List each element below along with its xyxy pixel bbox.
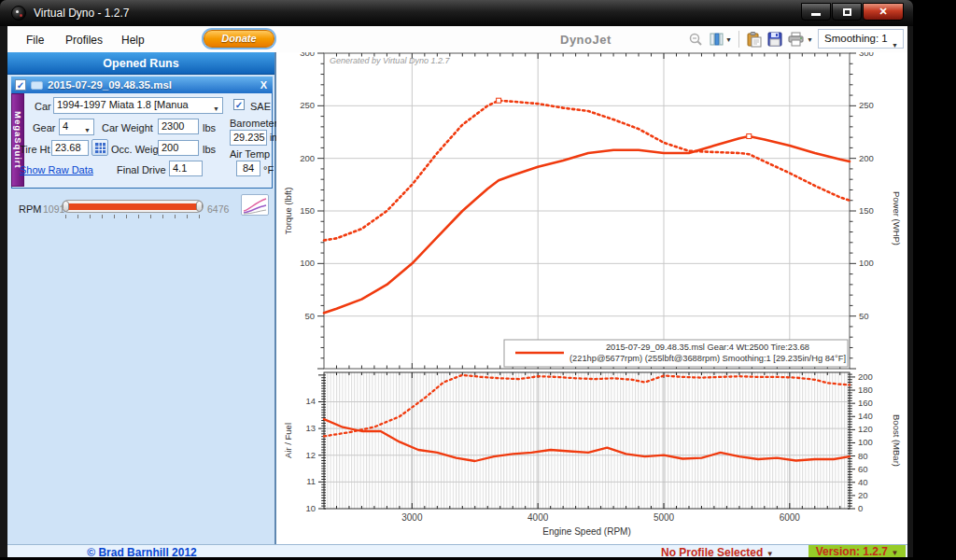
tire-height-label: Tire Ht xyxy=(20,144,50,155)
chart-area: 5050100100150150200200250250300300Genera… xyxy=(276,52,907,544)
car-select[interactable]: 1994-1997 Miata 1.8 [Manua ▼ xyxy=(53,97,223,114)
afr-boost-chart: 1011121314020406080100120140160180200300… xyxy=(283,371,902,537)
barometer-input[interactable]: 29.235 xyxy=(230,130,267,146)
chart-toolbar: ▼ ▼ xyxy=(685,28,824,50)
tire-calculator-button[interactable] xyxy=(91,139,108,156)
svg-text:Torque (lbft): Torque (lbft) xyxy=(283,188,293,235)
maximize-icon xyxy=(843,8,851,16)
save-icon xyxy=(767,32,782,47)
svg-text:3000: 3000 xyxy=(401,512,423,523)
svg-text:Engine Speed (RPM): Engine Speed (RPM) xyxy=(542,526,631,537)
tire-height-input[interactable]: 23.68 xyxy=(51,140,89,156)
svg-text:120: 120 xyxy=(858,424,873,434)
occ-weight-unit: lbs xyxy=(203,144,216,155)
rpm-slider-ticks xyxy=(65,215,202,218)
copy-image-button[interactable] xyxy=(744,31,764,49)
chart-legend: 2015-07-29_09.48.35.msl Gear:4 Wt:2500 T… xyxy=(504,340,848,367)
status-bar: © Brad Barnhill 2012 No Profile Selected… xyxy=(7,544,907,557)
run-close-button[interactable]: X xyxy=(260,79,267,91)
svg-text:6000: 6000 xyxy=(780,512,801,523)
version-text: Version: 1.2.7 xyxy=(816,545,888,558)
svg-text:200: 200 xyxy=(858,371,873,382)
app-window: Virtual Dyno - 1.2.7 ✕ File Profiles Hel… xyxy=(0,0,913,557)
window-title: Virtual Dyno - 1.2.7 xyxy=(34,7,130,20)
smoothing-dropdown[interactable]: Smoothing: 1 ▼ xyxy=(818,29,904,49)
svg-text:11: 11 xyxy=(306,476,316,486)
graph-button[interactable] xyxy=(241,194,269,216)
close-icon: ✕ xyxy=(879,6,887,17)
zoom-out-button[interactable] xyxy=(686,31,705,48)
svg-text:250: 250 xyxy=(300,100,315,110)
rpm-label: RPM xyxy=(19,203,41,215)
run-checkbox[interactable]: ✓ xyxy=(15,79,26,91)
chevron-down-icon: ▼ xyxy=(84,124,91,135)
dynojet-label: DynoJet xyxy=(560,33,612,47)
svg-text:180: 180 xyxy=(858,385,873,395)
run-card-header[interactable]: ✓ 2015-07-29_09.48.35.msl X xyxy=(11,77,273,93)
rpm-range-slider[interactable] xyxy=(62,200,204,213)
car-weight-input[interactable]: 2300 xyxy=(158,119,199,134)
print-button[interactable]: ▼ xyxy=(786,31,815,48)
show-raw-data-link[interactable]: Show Raw Data xyxy=(20,164,93,175)
svg-text:0: 0 xyxy=(858,503,863,513)
printer-icon xyxy=(788,32,805,47)
svg-text:40: 40 xyxy=(858,477,868,487)
app-icon xyxy=(11,6,26,21)
rpm-slider-left-handle[interactable] xyxy=(63,201,69,212)
final-drive-input[interactable]: 4.1 xyxy=(169,161,203,176)
sae-checkbox[interactable]: ✓ xyxy=(233,99,245,110)
sidebar: Opened Runs ✓ 2015-07-29_09.48.35.msl X … xyxy=(7,52,276,544)
svg-text:14: 14 xyxy=(305,396,316,406)
filter-button[interactable]: ▼ xyxy=(707,31,734,48)
car-select-value: 1994-1997 Miata 1.8 [Manua xyxy=(57,99,189,110)
menu-file[interactable]: File xyxy=(22,32,48,49)
close-button[interactable]: ✕ xyxy=(863,3,904,21)
title-bar[interactable]: Virtual Dyno - 1.2.7 ✕ xyxy=(0,0,913,26)
curve-torque_lbft xyxy=(324,101,850,241)
airtemp-label: Air Temp xyxy=(230,148,270,160)
maximize-button[interactable] xyxy=(832,3,862,21)
menu-profiles[interactable]: Profiles xyxy=(62,32,106,49)
svg-text:12: 12 xyxy=(305,450,316,460)
svg-text:5000: 5000 xyxy=(654,512,675,523)
curve-power_whp xyxy=(324,136,850,313)
filter-dropdown-arrow[interactable]: ▼ xyxy=(725,36,732,43)
peak-marker-torque_lbft xyxy=(497,98,501,103)
svg-text:140: 140 xyxy=(858,411,873,421)
gear-select[interactable]: 4 ▼ xyxy=(59,119,94,135)
svg-text:Air / Fuel: Air / Fuel xyxy=(283,423,293,458)
toolbar-separator xyxy=(738,31,739,48)
svg-text:300: 300 xyxy=(859,52,874,58)
airtemp-input[interactable]: 84 xyxy=(236,161,260,176)
svg-text:160: 160 xyxy=(858,398,873,408)
rpm-slider-fill xyxy=(68,203,197,210)
svg-text:Power (WHP): Power (WHP) xyxy=(892,191,902,245)
occ-weight-input[interactable]: 200 xyxy=(158,140,199,156)
svg-text:100: 100 xyxy=(858,437,873,447)
chevron-down-icon: ▼ xyxy=(891,549,898,557)
filter-icon xyxy=(709,32,724,47)
minimize-button[interactable] xyxy=(801,3,831,21)
svg-text:300: 300 xyxy=(300,52,315,58)
svg-text:250: 250 xyxy=(859,100,874,110)
menu-help[interactable]: Help xyxy=(118,32,148,49)
sae-label: SAE xyxy=(250,101,271,112)
rpm-slider-right-handle[interactable] xyxy=(196,201,203,212)
save-button[interactable] xyxy=(766,31,784,48)
rpm-max-value: 6476 xyxy=(207,203,229,215)
barometer-label: Barometer xyxy=(230,118,277,129)
svg-text:4000: 4000 xyxy=(527,512,549,523)
print-dropdown-arrow[interactable]: ▼ xyxy=(807,36,813,43)
version-selector[interactable]: Version: 1.2.7 ▼ xyxy=(808,545,906,558)
dyno-charts-svg: 5050100100150150200200250250300300Genera… xyxy=(276,52,907,544)
run-title: 2015-07-29_09.48.35.msl xyxy=(48,79,260,91)
main-chart: 5050100100150150200200250250300300Genera… xyxy=(283,52,902,369)
donate-button[interactable]: Donate xyxy=(204,30,274,48)
peak-marker-power_whp xyxy=(747,134,752,139)
airtemp-unit: °F xyxy=(263,164,274,175)
car-weight-label: Car Weight xyxy=(102,122,153,133)
svg-text:100: 100 xyxy=(300,258,315,268)
opened-runs-header: Opened Runs xyxy=(7,52,274,75)
svg-text:50: 50 xyxy=(859,311,869,321)
car-label: Car xyxy=(35,101,51,112)
